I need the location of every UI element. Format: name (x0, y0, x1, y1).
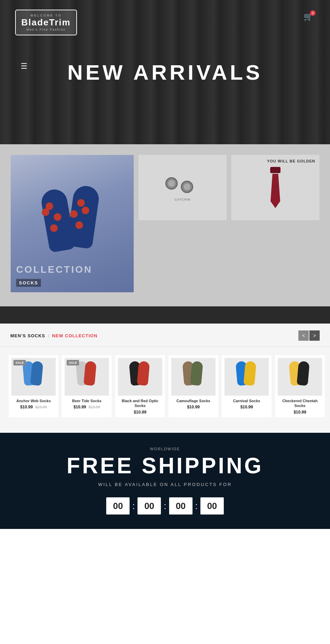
ties-image (231, 155, 319, 220)
shipping-subtitle: WILL BE AVAILABLE ON ALL PRODUCTS FOR (98, 482, 232, 487)
cart-badge: 0 (310, 10, 316, 16)
nav-arrows: < > (298, 330, 320, 341)
sock-visual-cheetah (288, 361, 312, 392)
product-beer[interactable]: SALE Beer Tide Socks $10.99 $19.99 (62, 355, 112, 417)
product-name-camo: Camouflage Socks (171, 398, 216, 403)
collection-card-ties[interactable]: YOU WILL BE GOLDEN (231, 155, 320, 221)
sock-visual-blackred (128, 361, 152, 392)
tie-knot (270, 167, 280, 173)
socks-header: MEN'S SOCKS / NEW COLLECTION < > (0, 330, 330, 347)
collection-card-socks[interactable]: COLLECTION Socks (10, 155, 134, 293)
sale-badge-beer: SALE (67, 360, 79, 365)
countdown-sep2: : (164, 497, 166, 515)
golden-text: YOU WILL BE GOLDEN (267, 159, 315, 163)
product-old-price-beer: $19.99 (89, 405, 100, 409)
tie-visual (270, 167, 280, 208)
collection-card-cufflinks[interactable]: CATCHIN (138, 155, 227, 221)
product-image-anchor: SALE (11, 358, 56, 396)
socks-subtitle: NEW COLLECTION (52, 333, 97, 338)
collection-card-label: Socks (16, 279, 41, 287)
sock-visual-anchor (22, 361, 46, 392)
product-name-carnival: Carnival Socks (224, 398, 269, 403)
products-row: SALE Anchor Web Socks $10.99 $19.99 SALE (0, 347, 330, 422)
logo-tagline: Men's Fine Fashion (21, 28, 71, 31)
product-name-anchor: Anchor Web Socks (11, 398, 56, 403)
prev-arrow[interactable]: < (298, 330, 309, 341)
next-arrow[interactable]: > (309, 330, 320, 341)
product-name-beer: Beer Tide Socks (65, 398, 109, 403)
cufflink-visual: CATCHIN (162, 174, 203, 201)
countdown-hours: 00 (106, 497, 130, 515)
product-price-carnival: $10.99 (224, 405, 269, 409)
product-cheetah[interactable]: Checkered Cheetah Socks $10.99 (275, 355, 325, 417)
product-price-camo: $10.99 (171, 405, 216, 409)
tie-body (271, 174, 280, 208)
hero-title: NEW ARRIVALS (67, 60, 263, 84)
collection-overlay: COLLECTION (16, 264, 92, 275)
product-image-blackred (118, 358, 162, 396)
product-anchor[interactable]: SALE Anchor Web Socks $10.99 $19.99 (9, 355, 58, 417)
collection-grid: COLLECTION Socks CATCHIN YOU WILL BE GOL… (10, 155, 320, 293)
sock-visual-carnival (235, 361, 259, 392)
product-blackred[interactable]: Black and Red Optic Socks $10.99 (115, 355, 165, 417)
product-image-carnival (224, 358, 269, 396)
worldwide-text: WORLDWIDE (150, 447, 180, 451)
product-image-camo (171, 358, 216, 396)
sock-visual-camo (182, 361, 206, 392)
socks-section: MEN'S SOCKS / NEW COLLECTION < > SALE An… (0, 324, 330, 433)
countdown-row: 00 : 00 : 00 : 00 (106, 497, 224, 515)
product-price-blackred: $10.99 (118, 410, 162, 415)
cufflinks-image: CATCHIN (139, 155, 227, 220)
logo-welcome: WELCOME TO (21, 14, 71, 17)
collection-section: COLLECTION Socks CATCHIN YOU WILL BE GOL… (0, 144, 330, 306)
product-image-cheetah (278, 358, 322, 396)
countdown-seconds: 00 (169, 497, 192, 515)
socks-header-left: MEN'S SOCKS / NEW COLLECTION (10, 333, 98, 338)
countdown-sep1: : (132, 497, 135, 515)
sock-visual-beer (75, 361, 99, 392)
shipping-title: FREE SHIPPING (67, 453, 263, 478)
countdown-sep3: : (195, 497, 198, 515)
product-price-beer: $10.99 $19.99 (65, 405, 109, 409)
product-old-price-anchor: $19.99 (35, 405, 47, 409)
shipping-section: WORLDWIDE FREE SHIPPING WILL BE AVAILABL… (0, 433, 330, 529)
product-price-cheetah: $10.99 (278, 410, 322, 415)
product-camo[interactable]: Camouflage Socks $10.99 (168, 355, 218, 417)
cart-icon[interactable]: 🛒 0 (304, 12, 313, 21)
dark-divider (0, 306, 330, 324)
product-image-beer: SALE (65, 358, 109, 396)
product-price-anchor: $10.99 $19.99 (11, 405, 56, 409)
hamburger-icon[interactable]: ☰ (21, 62, 28, 71)
countdown-minutes: 00 (138, 497, 161, 515)
hero-section: WELCOME TO BladeTrim Men's Fine Fashion … (0, 0, 330, 144)
product-name-cheetah: Checkered Cheetah Socks (278, 398, 322, 408)
logo[interactable]: WELCOME TO BladeTrim Men's Fine Fashion (15, 10, 77, 35)
logo-brand: BladeTrim (21, 17, 71, 28)
socks-divider: / (48, 333, 50, 338)
countdown-ms: 00 (200, 497, 224, 515)
product-carnival[interactable]: Carnival Socks $10.99 (222, 355, 272, 417)
sale-badge-anchor: SALE (13, 360, 26, 365)
socks-title: MEN'S SOCKS (10, 333, 45, 338)
product-name-blackred: Black and Red Optic Socks (118, 398, 162, 408)
